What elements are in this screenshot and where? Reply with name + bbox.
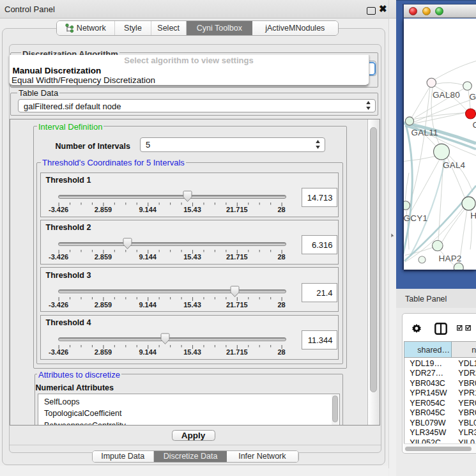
svg-text:CY: CY: [472, 119, 476, 129]
svg-text:GAL4: GAL4: [443, 160, 466, 169]
svg-text:GAL11: GAL11: [411, 128, 438, 137]
svg-text:H: H: [470, 211, 476, 220]
svg-text:GAL80: GAL80: [433, 89, 460, 99]
svg-text:GCY1: GCY1: [404, 213, 427, 222]
svg-text:GA: GA: [470, 92, 476, 102]
svg-text:HAP2: HAP2: [439, 254, 462, 263]
